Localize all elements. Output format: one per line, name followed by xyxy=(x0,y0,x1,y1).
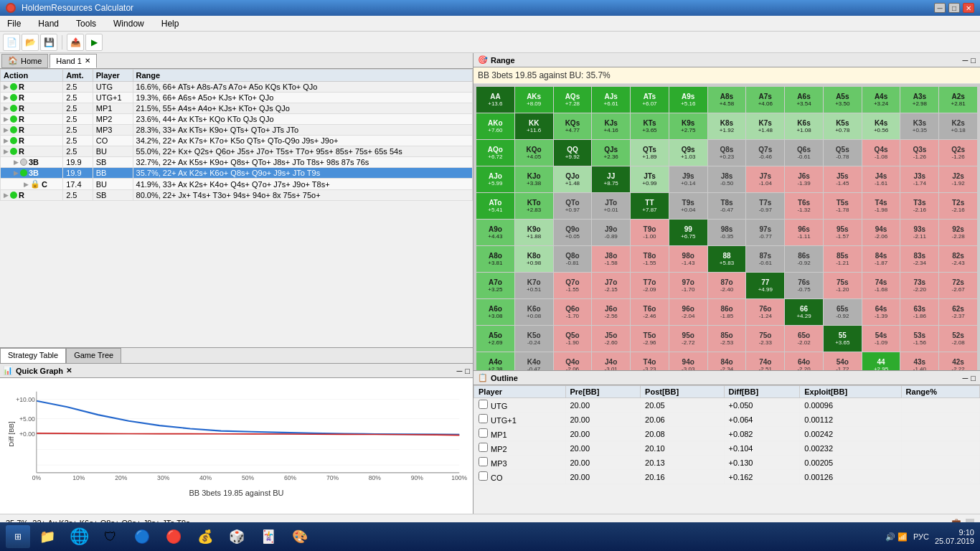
range-cell-qjs[interactable]: QJs+2.36 xyxy=(592,140,630,166)
range-cell-qq[interactable]: QQ+9.92 xyxy=(554,140,592,166)
open-btn[interactable]: 📂 xyxy=(22,34,39,51)
range-cell-a9s[interactable]: A9s+5.16 xyxy=(669,87,707,113)
maximize-range-btn[interactable]: □ xyxy=(971,56,976,65)
range-cell-q3s[interactable]: Q3s-1.26 xyxy=(900,140,938,166)
outline-row[interactable]: CO20.0020.16+0.1620.00126 xyxy=(474,470,980,484)
range-cell-ato[interactable]: ATo+5.41 xyxy=(476,193,514,219)
range-cell-ats[interactable]: ATs+6.07 xyxy=(631,87,669,113)
maximize-outline-btn[interactable]: □ xyxy=(971,374,976,382)
taskbar-app7[interactable]: 🎲 xyxy=(222,525,251,548)
range-cell-q7s[interactable]: Q7s-0.46 xyxy=(746,140,784,166)
outline-checkbox[interactable] xyxy=(479,414,488,423)
range-cell-76o[interactable]: 76o-1.24 xyxy=(746,299,784,325)
range-cell-ajs[interactable]: AJs+6.61 xyxy=(592,87,630,113)
range-cell-kqo[interactable]: KQo+4.05 xyxy=(515,140,553,166)
range-cell-k3s[interactable]: K3s+0.35 xyxy=(900,113,938,139)
table-row[interactable]: ▶🔒C17.4BU41.9%, 33+ Ax K2s+ K4o+ Q4s+ Q7… xyxy=(1,179,473,190)
range-cell-k5o[interactable]: K5o-0.24 xyxy=(515,326,553,352)
range-cell-99[interactable]: 99+6.75 xyxy=(669,220,707,245)
table-row[interactable]: ▶R2.5MP328.3%, 33+ Ax KTs+ K9o+ QTs+ QTo… xyxy=(1,125,473,136)
range-cell-76s[interactable]: 76s-0.75 xyxy=(785,273,823,298)
range-cell-q5o[interactable]: Q5o-1.90 xyxy=(554,326,592,352)
range-cell-t7o[interactable]: T7o-2.09 xyxy=(631,273,669,298)
range-cell-t3s[interactable]: T3s-2.16 xyxy=(900,193,938,219)
range-cell-86s[interactable]: 86s-0.92 xyxy=(785,246,823,272)
tab-strategy-table[interactable]: Strategy Table xyxy=(0,348,66,363)
taskbar-app9[interactable]: 🎨 xyxy=(286,525,314,548)
menu-file[interactable]: File xyxy=(3,17,25,30)
range-cell-j7s[interactable]: J7s-1.04 xyxy=(746,166,784,192)
range-cell-j5o[interactable]: J5o-2.60 xyxy=(592,326,630,352)
menu-help[interactable]: Help xyxy=(157,17,184,30)
range-cell-88[interactable]: 88+5.83 xyxy=(708,246,746,272)
table-row[interactable]: ▶R2.5MP121.5%, 55+ A4s+ A4o+ KJs+ KTo+ Q… xyxy=(1,103,473,114)
range-cell-86o[interactable]: 86o-1.85 xyxy=(708,299,746,325)
range-cell-54o[interactable]: 54o-1.72 xyxy=(824,352,862,370)
range-cell-a5s[interactable]: A5s+3.50 xyxy=(824,87,862,113)
range-cell-t6o[interactable]: T6o-2.46 xyxy=(631,299,669,325)
range-cell-t5s[interactable]: T5s-1.78 xyxy=(824,193,862,219)
range-cell-j5s[interactable]: J5s-1.45 xyxy=(824,166,862,192)
range-cell-t7s[interactable]: T7s-0.97 xyxy=(746,193,784,219)
range-cell-95s[interactable]: 95s-1.57 xyxy=(824,220,862,245)
range-cell-97o[interactable]: 97o-1.70 xyxy=(669,273,707,298)
table-row[interactable]: ▶R2.5MP223.6%, 44+ Ax KTs+ KQo KTo QJs Q… xyxy=(1,114,473,125)
range-cell-k9s[interactable]: K9s+2.75 xyxy=(669,113,707,139)
range-cell-k8s[interactable]: K8s+1.92 xyxy=(708,113,746,139)
menu-hand[interactable]: Hand xyxy=(34,17,63,30)
range-cell-82s[interactable]: 82s-2.43 xyxy=(939,246,977,272)
table-row[interactable]: ▶R2.5CO34.2%, 22+ Ax K7s+ K7o+ K5o QTs+ … xyxy=(1,136,473,146)
range-cell-54s[interactable]: 54s-1.09 xyxy=(862,326,900,352)
range-cell-kqs[interactable]: KQs+4.77 xyxy=(554,113,592,139)
outline-row[interactable]: MP320.0020.13+0.1300.00205 xyxy=(474,456,980,470)
range-cell-a6s[interactable]: A6s+3.54 xyxy=(785,87,823,113)
outline-checkbox[interactable] xyxy=(479,400,488,409)
range-cell-t6s[interactable]: T6s-1.32 xyxy=(785,193,823,219)
range-cell-q8s[interactable]: Q8s+0.23 xyxy=(708,140,746,166)
outline-table-scroll[interactable]: PlayerPre[BB]Post[BB]Diff[BB]Exploit[BB]… xyxy=(473,385,980,514)
table-row[interactable]: ▶R2.5SB80.0%, 22+ Jx+ T4s+ T3o+ 94s+ 94o… xyxy=(1,190,473,201)
range-cell-q4s[interactable]: Q4s-1.08 xyxy=(862,140,900,166)
range-cell-j6s[interactable]: J6s-1.39 xyxy=(785,166,823,192)
range-cell-k6o[interactable]: K6o+0.08 xyxy=(515,299,553,325)
range-cell-j2s[interactable]: J2s-1.92 xyxy=(939,166,977,192)
range-cell-96s[interactable]: 96s-1.11 xyxy=(785,220,823,245)
taskbar-app3[interactable]: 🛡 xyxy=(96,525,125,548)
range-cell-85o[interactable]: 85o-2.53 xyxy=(708,326,746,352)
range-cell-84o[interactable]: 84o-2.34 xyxy=(708,352,746,370)
new-btn[interactable]: 📄 xyxy=(3,34,20,51)
range-cell-66[interactable]: 66+4.29 xyxy=(785,299,823,325)
range-cell-a8o[interactable]: A8o+3.81 xyxy=(476,246,514,272)
range-cell-98o[interactable]: 98o-1.43 xyxy=(669,246,707,272)
outline-row[interactable]: MP220.0020.10+0.1040.00232 xyxy=(474,441,980,456)
range-cell-q9o[interactable]: Q9o+0.05 xyxy=(554,220,592,245)
menu-tools[interactable]: Tools xyxy=(72,17,100,30)
outline-checkbox[interactable] xyxy=(479,443,488,452)
range-cell-jj[interactable]: JJ+8.75 xyxy=(592,166,630,192)
minimize-window-btn[interactable]: ─ xyxy=(934,3,946,13)
range-cell-55[interactable]: 55+3.65 xyxy=(824,326,862,352)
range-cell-k4o[interactable]: K4o-0.47 xyxy=(515,352,553,370)
range-cell-a9o[interactable]: A9o+4.43 xyxy=(476,220,514,245)
range-cell-aks[interactable]: AKs+8.09 xyxy=(515,87,553,113)
range-cell-kjs[interactable]: KJs+4.16 xyxy=(592,113,630,139)
outline-checkbox[interactable] xyxy=(479,457,488,466)
range-cell-t9s[interactable]: T9s+0.04 xyxy=(669,193,707,219)
range-cell-97s[interactable]: 97s-0.77 xyxy=(746,220,784,245)
taskbar-app6[interactable]: 💰 xyxy=(191,525,220,548)
maximize-graph-btn[interactable]: □ xyxy=(465,367,470,375)
range-cell-q4o[interactable]: Q4o-2.06 xyxy=(554,352,592,370)
range-cell-qto[interactable]: QTo+0.97 xyxy=(554,193,592,219)
range-cell-j9o[interactable]: J9o-0.89 xyxy=(592,220,630,245)
start-button[interactable]: ⊞ xyxy=(6,525,30,548)
range-cell-a6o[interactable]: A6o+3.08 xyxy=(476,299,514,325)
range-cell-jts[interactable]: JTs+0.99 xyxy=(631,166,669,192)
range-cell-t8o[interactable]: T8o-1.55 xyxy=(631,246,669,272)
outline-checkbox[interactable] xyxy=(479,471,488,481)
range-cell-j4o[interactable]: J4o-3.01 xyxy=(592,352,630,370)
range-cell-94o[interactable]: 94o-3.03 xyxy=(669,352,707,370)
range-cell-a4o[interactable]: A4o+2.38 xyxy=(476,352,514,370)
export-btn[interactable]: 📤 xyxy=(67,34,84,51)
menu-window[interactable]: Window xyxy=(109,17,149,30)
range-cell-j8s[interactable]: J8s-0.50 xyxy=(708,166,746,192)
